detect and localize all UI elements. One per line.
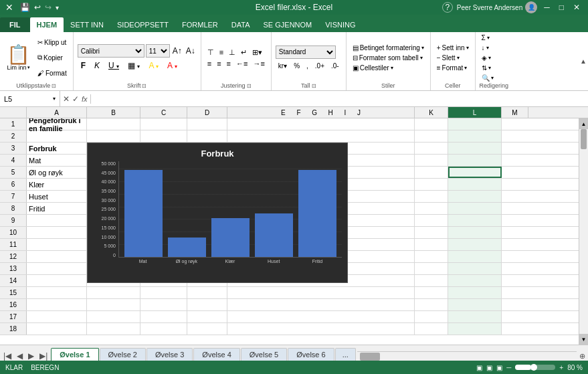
cell-b1[interactable] (87, 118, 140, 130)
cell-l15[interactable] (448, 287, 502, 298)
cell-a10[interactable] (27, 227, 87, 238)
col-header-e[interactable]: E F G H I J (227, 107, 415, 118)
view-page-break-button[interactable]: ▣ (496, 364, 502, 371)
sheet-tab-6[interactable]: Øvelse 6 (288, 348, 334, 361)
cell-a11[interactable] (27, 239, 87, 250)
zoom-increase-button[interactable]: + (559, 364, 563, 371)
close-button[interactable]: ✕ (571, 3, 583, 12)
align-top-button[interactable]: ⊤ (205, 48, 216, 58)
zoom-slider[interactable] (515, 365, 555, 370)
number-format-select[interactable]: Standard (276, 45, 336, 59)
cell-m5[interactable] (502, 167, 528, 178)
indent-increase-button[interactable]: →≡ (251, 59, 266, 68)
name-box[interactable]: L5 ▾ (0, 91, 60, 106)
cell-a14[interactable] (27, 275, 87, 286)
sheet-tab-more[interactable]: ... (335, 348, 356, 361)
cell-l1[interactable] (448, 118, 502, 130)
tab-sett-inn[interactable]: SETT INN (64, 17, 110, 32)
col-header-d[interactable]: D (187, 107, 227, 118)
sheet-tab-2[interactable]: Øvelse 2 (100, 348, 146, 361)
underline-button[interactable]: U ▾ (105, 60, 122, 72)
tab-sideoppsett[interactable]: SIDEOPPSETT (110, 17, 175, 32)
cell-a15[interactable] (27, 287, 87, 298)
paste-button[interactable]: 📋 Lim inn ▾ (3, 33, 34, 82)
scroll-up-button[interactable]: ▲ (579, 118, 588, 129)
font-size-select[interactable]: 11 (146, 44, 170, 58)
zoom-decrease-button[interactable]: ─ (506, 364, 511, 371)
cell-m6[interactable] (502, 179, 528, 190)
cell-d16[interactable] (187, 299, 227, 310)
cell-m11[interactable] (502, 239, 528, 250)
wrap-text-button[interactable]: ↵ (239, 48, 249, 58)
font-color-button[interactable]: A ▾ (164, 60, 181, 72)
cell-d1[interactable] (187, 118, 227, 130)
cell-m17[interactable] (502, 311, 528, 322)
cell-d18[interactable] (187, 323, 227, 335)
cell-ef18[interactable] (227, 323, 415, 335)
cell-m1[interactable] (502, 118, 528, 130)
cell-a13[interactable] (27, 263, 87, 274)
tab-formler[interactable]: FORMLER (175, 17, 225, 32)
view-layout-button[interactable]: ▣ (486, 364, 492, 371)
cell-k1[interactable] (415, 118, 448, 130)
cell-k15[interactable] (415, 287, 448, 298)
clear-button[interactable]: ◈ ▾ (480, 54, 509, 62)
cell-c1[interactable] (140, 118, 187, 130)
cell-k4[interactable] (415, 155, 448, 166)
cell-k2[interactable] (415, 130, 448, 142)
qat-dropdown-icon[interactable]: ▾ (56, 4, 59, 11)
font-name-select[interactable]: Calibri (78, 44, 144, 58)
horizontal-scrollbar[interactable] (357, 351, 577, 361)
alignment-expand-icon[interactable]: ⊡ (247, 83, 252, 89)
percent-button[interactable]: % (291, 61, 302, 71)
cell-c2[interactable] (140, 130, 187, 142)
cell-l13[interactable] (448, 263, 502, 274)
align-middle-button[interactable]: ≡ (217, 48, 225, 58)
col-header-a[interactable]: A (27, 107, 87, 118)
cell-l16[interactable] (448, 299, 502, 310)
cell-a5[interactable]: Øl og røyk (27, 167, 87, 178)
formula-function-button[interactable]: fx (82, 95, 88, 103)
col-header-c[interactable]: C (140, 107, 187, 118)
cell-k18[interactable] (415, 323, 448, 335)
fill-color-button[interactable]: A ▾ (145, 60, 162, 72)
number-expand-icon[interactable]: ⊡ (312, 83, 316, 89)
tab-fil[interactable]: FIL (0, 17, 30, 32)
format-as-table-button[interactable]: ⊟ Formater som tabell ▾ (351, 54, 426, 62)
cell-k3[interactable] (415, 143, 448, 154)
scroll-down-button[interactable]: ▼ (579, 334, 588, 345)
cell-a17[interactable] (27, 311, 87, 322)
fill-button[interactable]: ↓ ▾ (480, 43, 509, 52)
cell-k6[interactable] (415, 179, 448, 190)
sheet-nav-next-button[interactable]: ▶ (26, 351, 36, 361)
delete-button[interactable]: − Slett ▾ (435, 54, 471, 62)
decimal-decrease-button[interactable]: .0- (328, 61, 342, 71)
tab-hjem[interactable]: HJEM (30, 17, 64, 32)
add-sheet-button[interactable]: ⊕ (577, 352, 588, 361)
merge-button[interactable]: ⊞▾ (250, 48, 264, 58)
scroll-thumb[interactable] (581, 129, 587, 149)
cell-c15[interactable] (140, 287, 187, 298)
cell-m4[interactable] (502, 155, 528, 166)
cell-a18[interactable] (27, 323, 87, 335)
cell-styles-button[interactable]: ▣ Cellestiler ▾ (351, 64, 426, 72)
cell-ef2[interactable] (227, 130, 415, 142)
cell-l18[interactable] (448, 323, 502, 335)
conditional-format-button[interactable]: ▤ Betinget formatering ▾ (351, 43, 426, 52)
clipboard-expand-icon[interactable]: ⊡ (52, 83, 56, 89)
cell-c16[interactable] (140, 299, 187, 310)
sheet-nav-first-button[interactable]: |◀ (1, 351, 13, 361)
tab-se-gjennom[interactable]: SE GJENNOM (257, 17, 319, 32)
cell-c18[interactable] (140, 323, 187, 335)
find-select-button[interactable]: 🔍 ▾ (480, 74, 509, 82)
formula-cancel-button[interactable]: ✕ (63, 94, 70, 104)
zoom-slider-thumb[interactable] (530, 364, 537, 371)
cell-ef1[interactable] (227, 118, 415, 130)
cell-d17[interactable] (187, 311, 227, 322)
insert-button[interactable]: + Sett inn ▾ (435, 43, 471, 52)
border-button[interactable]: ▦ ▾ (124, 60, 143, 72)
cell-d2[interactable] (187, 130, 227, 142)
sheet-tab-3[interactable]: Øvelse 3 (146, 348, 193, 361)
align-center-button[interactable]: ≡ (215, 59, 223, 68)
font-size-increase-icon[interactable]: A↑ (171, 45, 183, 57)
